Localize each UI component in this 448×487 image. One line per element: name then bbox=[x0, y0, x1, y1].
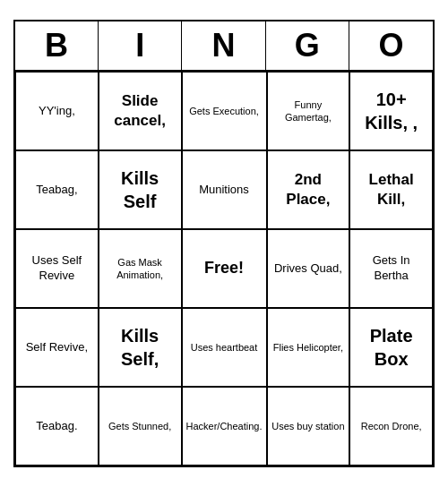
bingo-cell-15: Self Revive, bbox=[15, 308, 99, 387]
bingo-cell-21: Gets Stunned, bbox=[99, 387, 182, 466]
bingo-cell-11: Gas Mask Animation, bbox=[99, 229, 182, 308]
bingo-letter-n: N bbox=[182, 21, 265, 70]
bingo-cell-5: Teabag, bbox=[15, 150, 99, 229]
bingo-letter-g: G bbox=[266, 21, 349, 70]
bingo-letter-o: O bbox=[349, 21, 433, 70]
bingo-cell-10: Uses Self Revive bbox=[15, 229, 99, 308]
bingo-cell-0: YY'ing, bbox=[15, 72, 99, 150]
bingo-cell-7: Munitions bbox=[182, 150, 267, 229]
bingo-cell-12: Free! bbox=[182, 229, 267, 308]
bingo-grid: YY'ing,Slide cancel,Gets Execution,Funny… bbox=[15, 72, 433, 466]
bingo-cell-3: Funny Gamertag, bbox=[267, 72, 350, 150]
bingo-letter-i: I bbox=[99, 21, 182, 70]
bingo-header: BINGO bbox=[15, 21, 433, 72]
bingo-cell-16: Kills Self, bbox=[99, 308, 182, 387]
bingo-cell-2: Gets Execution, bbox=[182, 72, 267, 150]
bingo-cell-19: Plate Box bbox=[349, 308, 433, 387]
bingo-cell-18: Flies Helicopter, bbox=[267, 308, 350, 387]
bingo-cell-24: Recon Drone, bbox=[349, 387, 433, 466]
bingo-card: BINGO YY'ing,Slide cancel,Gets Execution… bbox=[13, 20, 435, 467]
bingo-cell-14: Gets In Bertha bbox=[349, 229, 433, 308]
bingo-cell-23: Uses buy station bbox=[267, 387, 350, 466]
bingo-cell-9: Lethal Kill, bbox=[349, 150, 433, 229]
bingo-cell-8: 2nd Place, bbox=[267, 150, 350, 229]
bingo-letter-b: B bbox=[15, 21, 99, 70]
bingo-cell-20: Teabag. bbox=[15, 387, 99, 466]
bingo-cell-13: Drives Quad, bbox=[267, 229, 350, 308]
bingo-cell-4: 10+ Kills, , bbox=[349, 72, 433, 150]
bingo-cell-6: Kills Self bbox=[99, 150, 182, 229]
bingo-cell-1: Slide cancel, bbox=[99, 72, 182, 150]
bingo-cell-17: Uses heartbeat bbox=[182, 308, 267, 387]
bingo-cell-22: Hacker/Cheating. bbox=[182, 387, 267, 466]
